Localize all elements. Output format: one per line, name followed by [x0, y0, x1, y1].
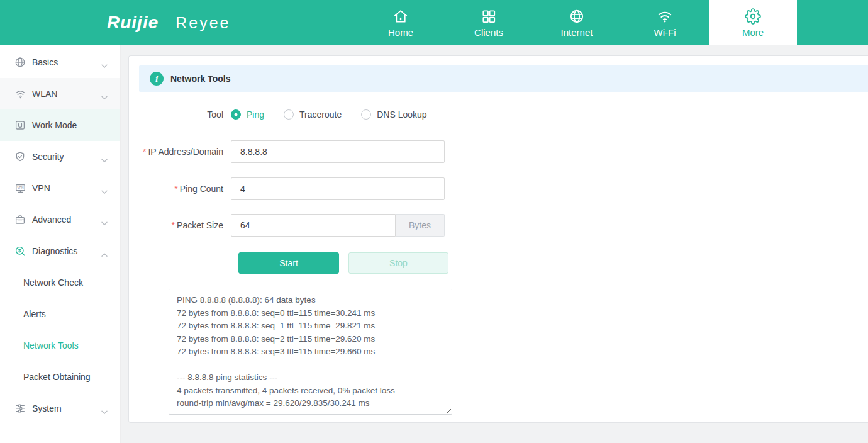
- sidebar-item-label: System: [32, 403, 62, 413]
- radio-circle-icon: [361, 109, 371, 120]
- sidebar-item-network-check[interactable]: Network Check: [0, 267, 120, 298]
- chevron-down-icon: [101, 91, 108, 103]
- start-button[interactable]: Start: [238, 252, 339, 274]
- nav-tab-clients[interactable]: Clients: [445, 0, 533, 45]
- sidebar-subitem-label: Packet Obtaining: [23, 372, 91, 382]
- sidebar-item-diagnostics[interactable]: Diagnostics: [0, 235, 120, 267]
- ping-output-textarea[interactable]: PING 8.8.8.8 (8.8.8.8): 64 data bytes 72…: [169, 289, 452, 415]
- radio-ping[interactable]: Ping: [231, 109, 264, 120]
- svg-text:VPN: VPN: [17, 186, 24, 189]
- sidebar-item-work-mode[interactable]: Work Mode: [0, 109, 120, 141]
- sidebar-item-label: VPN: [32, 183, 50, 193]
- wifi-icon: [14, 87, 26, 100]
- chevron-down-icon: [101, 154, 108, 165]
- bytes-unit-addon: Bytes: [396, 214, 445, 237]
- panel-header: i Network Tools: [139, 65, 868, 92]
- diagnostics-search-icon: [14, 245, 26, 257]
- nav-tab-label: Internet: [561, 28, 593, 38]
- nav-tab-label: More: [742, 28, 764, 38]
- packet-size-row: *Packet Size Bytes: [129, 214, 445, 237]
- nav-tab-label: Home: [388, 28, 413, 38]
- clients-grid-icon: [481, 8, 497, 28]
- sidebar-item-basics[interactable]: Basics: [0, 47, 120, 78]
- brand-logo: Ruijie Reyee: [107, 0, 231, 45]
- system-sliders-icon: [14, 402, 26, 415]
- ip-address-label: *IP Address/Domain: [129, 147, 231, 157]
- radio-circle-icon: [231, 109, 241, 120]
- stop-button[interactable]: Stop: [348, 252, 448, 274]
- gear-icon: [745, 8, 761, 28]
- page-title: Network Tools: [170, 74, 230, 84]
- tool-radio-row: Tool Ping Traceroute DNS Lookup: [129, 108, 447, 121]
- packet-size-group: Bytes: [231, 214, 445, 237]
- radio-label: Traceroute: [299, 109, 342, 120]
- sidebar-item-wlan[interactable]: WLAN: [0, 78, 120, 109]
- globe-icon: [14, 56, 26, 69]
- tool-label: Tool: [129, 109, 231, 120]
- packet-size-label: *Packet Size: [129, 220, 231, 230]
- sidebar-subitem-label: Network Check: [23, 278, 83, 288]
- brand-logo-reyee: Reyee: [175, 14, 230, 32]
- ping-count-row: *Ping Count: [129, 177, 445, 200]
- globe-icon: [569, 8, 585, 28]
- chevron-down-icon: [101, 406, 108, 417]
- brand-logo-divider: [167, 14, 167, 31]
- sidebar-item-alerts[interactable]: Alerts: [0, 298, 120, 330]
- required-mark: *: [172, 220, 175, 230]
- packet-size-input[interactable]: [231, 214, 396, 237]
- radio-label: Ping: [247, 109, 264, 120]
- nav-tab-more[interactable]: More: [709, 0, 797, 45]
- required-mark: *: [143, 147, 146, 157]
- radio-label: DNS Lookup: [377, 109, 426, 120]
- sidebar-item-network-tools[interactable]: Network Tools: [0, 330, 120, 361]
- nav-tab-wifi[interactable]: Wi-Fi: [621, 0, 709, 45]
- chevron-down-icon: [101, 217, 108, 228]
- network-tools-panel: i Network Tools Tool Ping Traceroute DNS…: [128, 55, 868, 423]
- sidebar-item-packet-obtaining[interactable]: Packet Obtaining: [0, 361, 120, 393]
- toolbox-icon: [14, 213, 26, 226]
- nav-tab-home[interactable]: Home: [357, 0, 445, 45]
- chevron-down-icon: [101, 186, 108, 197]
- work-mode-icon: [14, 119, 26, 132]
- chevron-down-icon: [101, 60, 108, 71]
- nav-tab-label: Clients: [474, 28, 503, 38]
- sidebar-item-security[interactable]: Security: [0, 141, 120, 172]
- sidebar-subitem-label: Alerts: [23, 309, 46, 319]
- home-icon: [392, 8, 409, 28]
- wifi-icon: [657, 8, 673, 28]
- sidebar-item-label: Security: [32, 152, 64, 162]
- required-mark: *: [174, 184, 177, 194]
- ip-address-input[interactable]: [231, 140, 445, 163]
- brand-logo-ruijie: Ruijie: [107, 13, 159, 33]
- sidebar-item-label: Work Mode: [32, 120, 77, 130]
- chevron-up-icon: [101, 249, 108, 260]
- vpn-monitor-icon: VPN: [14, 182, 26, 194]
- nav-tab-label: Wi-Fi: [654, 28, 676, 38]
- action-buttons-row: Start Stop: [238, 252, 448, 274]
- sidebar-item-label: WLAN: [32, 89, 57, 99]
- sidebar-item-system[interactable]: System: [0, 393, 120, 424]
- sidebar-item-label: Basics: [32, 57, 58, 67]
- ping-count-label: *Ping Count: [129, 184, 231, 194]
- shield-check-icon: [14, 150, 26, 163]
- sidebar-subitem-label: Network Tools: [23, 340, 79, 350]
- radio-dns-lookup[interactable]: DNS Lookup: [361, 109, 426, 120]
- radio-traceroute[interactable]: Traceroute: [284, 109, 342, 120]
- sidebar: Basics WLAN Work Mode: [0, 45, 121, 443]
- ping-count-input[interactable]: [231, 177, 445, 200]
- primary-nav-tabs: Home Clients Internet: [357, 0, 797, 45]
- info-icon: i: [150, 72, 164, 86]
- sidebar-item-advanced[interactable]: Advanced: [0, 204, 120, 235]
- sidebar-item-label: Diagnostics: [32, 246, 77, 256]
- top-nav-bar: Ruijie Reyee Home Clients: [0, 0, 868, 45]
- radio-circle-icon: [284, 109, 294, 120]
- nav-tab-internet[interactable]: Internet: [533, 0, 621, 45]
- sidebar-item-label: Advanced: [32, 215, 71, 225]
- ip-address-row: *IP Address/Domain: [129, 140, 445, 163]
- sidebar-item-vpn[interactable]: VPN VPN: [0, 172, 120, 204]
